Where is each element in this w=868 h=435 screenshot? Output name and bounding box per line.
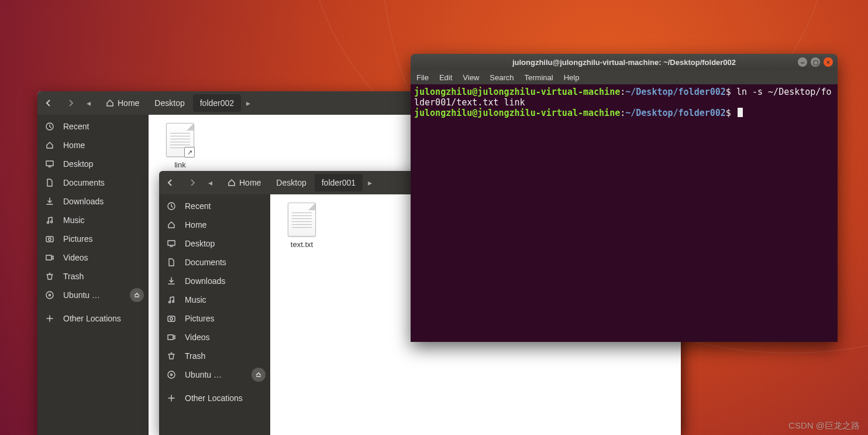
file-item[interactable]: ↗ link — [157, 123, 204, 169]
sidebar-item-home[interactable]: Home — [37, 136, 149, 155]
sidebar-item-label: Trash — [185, 351, 205, 361]
crumb-desktop[interactable]: Desktop — [147, 94, 191, 112]
sidebar-item-label: Trash — [63, 272, 84, 281]
videos-icon — [166, 333, 177, 342]
terminal-titlebar[interactable]: julongzhilu@julongzhilu-virtual-machine:… — [411, 54, 838, 70]
sidebar-item-documents[interactable]: Documents — [37, 173, 149, 192]
sidebar-item-music[interactable]: Music — [159, 290, 270, 309]
sidebar: RecentHomeDesktopDocumentsDownloadsMusic… — [37, 115, 149, 435]
sidebar-item-home[interactable]: Home — [159, 215, 270, 234]
sidebar-item-label: Music — [185, 295, 206, 304]
crumb-current[interactable]: folder002 — [193, 94, 241, 112]
menu-search[interactable]: Search — [490, 73, 514, 82]
sidebar-item-plus[interactable]: Other Locations — [37, 309, 149, 328]
breadcrumb: Home Desktop folder002 — [98, 94, 242, 112]
sidebar-item-label: Documents — [185, 258, 226, 267]
sidebar-item-videos[interactable]: Videos — [159, 328, 270, 347]
crumb-home[interactable]: Home — [221, 174, 268, 191]
music-icon — [44, 215, 55, 225]
file-icon: ↗ — [166, 123, 194, 157]
svg-point-14 — [170, 317, 173, 320]
eject-button[interactable] — [130, 288, 144, 302]
sidebar-item-disc[interactable]: Ubuntu … — [159, 365, 270, 384]
menu-help[interactable]: Help — [564, 73, 580, 82]
sidebar-item-pictures[interactable]: Pictures — [159, 309, 270, 328]
home-icon — [106, 99, 114, 107]
sidebar-item-music[interactable]: Music — [37, 211, 149, 230]
file-icon — [288, 203, 316, 237]
back-button[interactable] — [160, 173, 180, 193]
sidebar-item-documents[interactable]: Documents — [159, 253, 270, 272]
sidebar-item-label: Pictures — [185, 314, 215, 323]
sidebar-item-label: Recent — [63, 122, 89, 131]
home-icon — [228, 179, 236, 187]
minimize-button[interactable]: ‒ — [798, 57, 807, 67]
crumb-current[interactable]: folder001 — [315, 174, 363, 191]
sidebar-item-plus[interactable]: Other Locations — [159, 389, 270, 407]
disc-icon — [166, 370, 177, 379]
sidebar-item-disc[interactable]: Ubuntu … — [37, 286, 149, 304]
svg-point-8 — [49, 294, 51, 296]
crumb-desktop[interactable]: Desktop — [269, 174, 313, 191]
svg-rect-4 — [46, 237, 53, 242]
videos-icon — [44, 253, 55, 262]
terminal-output[interactable]: julongzhilu@julongzhilu-virtual-machine:… — [411, 84, 838, 342]
sidebar-item-desktop[interactable]: Desktop — [37, 155, 149, 173]
svg-point-3 — [50, 221, 52, 222]
menu-terminal[interactable]: Terminal — [525, 73, 553, 82]
svg-point-7 — [46, 292, 53, 299]
sidebar-item-label: Ubuntu … — [63, 290, 100, 300]
sidebar-item-label: Documents — [63, 178, 105, 187]
desktop-icon — [44, 159, 55, 169]
documents-icon — [166, 258, 177, 267]
forward-button[interactable] — [182, 173, 202, 193]
downloads-icon — [166, 276, 177, 286]
sidebar-item-recent[interactable]: Recent — [159, 197, 270, 215]
file-item[interactable]: text.txt — [278, 203, 325, 249]
sidebar-item-trash[interactable]: Trash — [37, 267, 149, 286]
terminal-title: julongzhilu@julongzhilu-virtual-machine:… — [512, 58, 736, 67]
forward-button[interactable] — [61, 93, 81, 113]
symlink-emblem-icon: ↗ — [184, 147, 195, 157]
sidebar-item-label: Downloads — [185, 276, 225, 286]
close-button[interactable]: × — [824, 57, 833, 67]
crumb-label: Desktop — [154, 98, 184, 108]
terminal-window: julongzhilu@julongzhilu-virtual-machine:… — [411, 54, 838, 342]
svg-point-16 — [168, 371, 175, 378]
sidebar-item-desktop[interactable]: Desktop — [159, 234, 270, 253]
disc-icon — [44, 290, 55, 300]
maximize-button[interactable]: ▢ — [811, 57, 820, 67]
sidebar-item-downloads[interactable]: Downloads — [159, 272, 270, 290]
menu-view[interactable]: View — [463, 73, 479, 82]
pictures-icon — [44, 234, 55, 244]
sidebar-item-label: Downloads — [63, 197, 104, 206]
crumb-label: Desktop — [276, 178, 306, 187]
menu-file[interactable]: File — [416, 73, 429, 82]
sidebar-item-trash[interactable]: Trash — [159, 347, 270, 365]
sidebar-item-label: Home — [63, 141, 85, 150]
eject-button[interactable] — [252, 368, 266, 382]
svg-rect-10 — [168, 241, 175, 245]
svg-point-17 — [171, 374, 173, 376]
file-label: text.txt — [278, 240, 325, 249]
svg-point-11 — [168, 301, 170, 303]
crumb-label: folder001 — [322, 178, 356, 187]
crumb-home[interactable]: Home — [99, 94, 146, 112]
documents-icon — [44, 178, 55, 187]
watermark: CSDN @巨龙之路 — [788, 420, 860, 431]
sidebar-item-label: Music — [63, 215, 85, 225]
sidebar-item-label: Pictures — [63, 234, 93, 244]
pictures-icon — [166, 314, 177, 323]
recent-icon — [44, 122, 55, 131]
sidebar-item-recent[interactable]: Recent — [37, 117, 149, 136]
home-icon — [44, 141, 55, 150]
chevron-left-icon: ◂ — [204, 178, 216, 187]
sidebar-item-downloads[interactable]: Downloads — [37, 192, 149, 211]
sidebar-item-pictures[interactable]: Pictures — [37, 230, 149, 248]
home-icon — [166, 220, 177, 230]
menu-edit[interactable]: Edit — [439, 73, 452, 82]
plus-icon — [44, 314, 55, 323]
back-button[interactable] — [39, 93, 58, 113]
downloads-icon — [44, 197, 55, 206]
sidebar-item-videos[interactable]: Videos — [37, 248, 149, 267]
